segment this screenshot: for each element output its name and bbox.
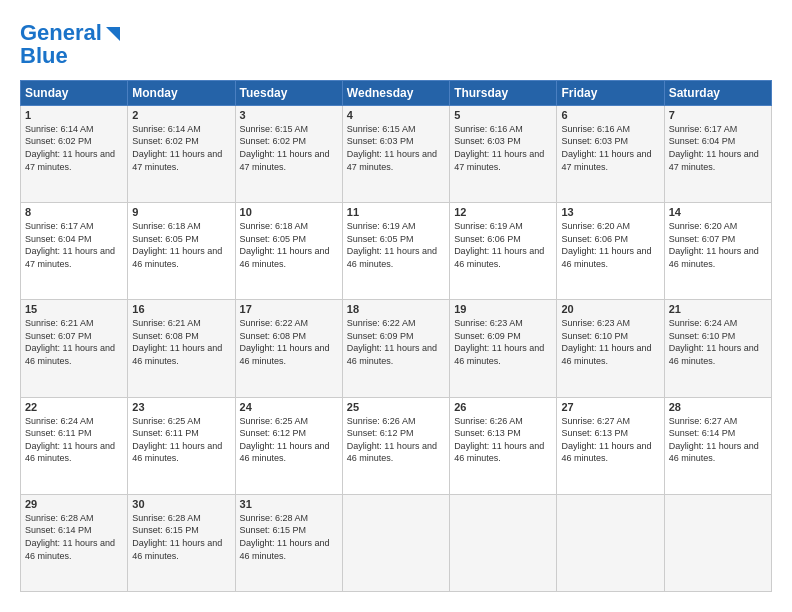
calendar-cell: 12 Sunrise: 6:19 AMSunset: 6:06 PMDaylig… [450, 203, 557, 300]
svg-marker-0 [106, 27, 120, 41]
day-info: Sunrise: 6:14 AMSunset: 6:02 PMDaylight:… [25, 123, 123, 173]
calendar-cell: 21 Sunrise: 6:24 AMSunset: 6:10 PMDaylig… [664, 300, 771, 397]
day-info: Sunrise: 6:16 AMSunset: 6:03 PMDaylight:… [561, 123, 659, 173]
calendar-header-thursday: Thursday [450, 80, 557, 105]
day-number: 30 [132, 498, 230, 510]
logo-general: General [20, 20, 102, 45]
day-info: Sunrise: 6:15 AMSunset: 6:03 PMDaylight:… [347, 123, 445, 173]
calendar-cell: 9 Sunrise: 6:18 AMSunset: 6:05 PMDayligh… [128, 203, 235, 300]
day-info: Sunrise: 6:21 AMSunset: 6:07 PMDaylight:… [25, 317, 123, 367]
day-info: Sunrise: 6:26 AMSunset: 6:12 PMDaylight:… [347, 415, 445, 465]
calendar-week-row: 22 Sunrise: 6:24 AMSunset: 6:11 PMDaylig… [21, 397, 772, 494]
calendar-cell: 30 Sunrise: 6:28 AMSunset: 6:15 PMDaylig… [128, 494, 235, 591]
calendar-header-saturday: Saturday [664, 80, 771, 105]
day-info: Sunrise: 6:23 AMSunset: 6:09 PMDaylight:… [454, 317, 552, 367]
day-number: 24 [240, 401, 338, 413]
day-number: 6 [561, 109, 659, 121]
day-info: Sunrise: 6:17 AMSunset: 6:04 PMDaylight:… [25, 220, 123, 270]
calendar-cell: 19 Sunrise: 6:23 AMSunset: 6:09 PMDaylig… [450, 300, 557, 397]
calendar-cell: 8 Sunrise: 6:17 AMSunset: 6:04 PMDayligh… [21, 203, 128, 300]
calendar-cell: 31 Sunrise: 6:28 AMSunset: 6:15 PMDaylig… [235, 494, 342, 591]
day-info: Sunrise: 6:19 AMSunset: 6:06 PMDaylight:… [454, 220, 552, 270]
calendar-week-row: 15 Sunrise: 6:21 AMSunset: 6:07 PMDaylig… [21, 300, 772, 397]
calendar-cell: 4 Sunrise: 6:15 AMSunset: 6:03 PMDayligh… [342, 105, 449, 202]
calendar-cell: 10 Sunrise: 6:18 AMSunset: 6:05 PMDaylig… [235, 203, 342, 300]
calendar-header-row: SundayMondayTuesdayWednesdayThursdayFrid… [21, 80, 772, 105]
day-info: Sunrise: 6:28 AMSunset: 6:15 PMDaylight:… [132, 512, 230, 562]
day-info: Sunrise: 6:15 AMSunset: 6:02 PMDaylight:… [240, 123, 338, 173]
day-number: 15 [25, 303, 123, 315]
day-info: Sunrise: 6:21 AMSunset: 6:08 PMDaylight:… [132, 317, 230, 367]
calendar-header-monday: Monday [128, 80, 235, 105]
day-number: 20 [561, 303, 659, 315]
day-info: Sunrise: 6:14 AMSunset: 6:02 PMDaylight:… [132, 123, 230, 173]
day-info: Sunrise: 6:20 AMSunset: 6:07 PMDaylight:… [669, 220, 767, 270]
day-number: 5 [454, 109, 552, 121]
calendar-cell: 2 Sunrise: 6:14 AMSunset: 6:02 PMDayligh… [128, 105, 235, 202]
day-number: 25 [347, 401, 445, 413]
day-number: 17 [240, 303, 338, 315]
calendar-cell: 29 Sunrise: 6:28 AMSunset: 6:14 PMDaylig… [21, 494, 128, 591]
calendar-cell: 27 Sunrise: 6:27 AMSunset: 6:13 PMDaylig… [557, 397, 664, 494]
day-info: Sunrise: 6:19 AMSunset: 6:05 PMDaylight:… [347, 220, 445, 270]
day-info: Sunrise: 6:24 AMSunset: 6:11 PMDaylight:… [25, 415, 123, 465]
calendar-cell: 16 Sunrise: 6:21 AMSunset: 6:08 PMDaylig… [128, 300, 235, 397]
day-number: 18 [347, 303, 445, 315]
calendar-cell: 3 Sunrise: 6:15 AMSunset: 6:02 PMDayligh… [235, 105, 342, 202]
day-number: 2 [132, 109, 230, 121]
calendar-cell: 18 Sunrise: 6:22 AMSunset: 6:09 PMDaylig… [342, 300, 449, 397]
calendar-cell: 7 Sunrise: 6:17 AMSunset: 6:04 PMDayligh… [664, 105, 771, 202]
day-info: Sunrise: 6:17 AMSunset: 6:04 PMDaylight:… [669, 123, 767, 173]
day-number: 13 [561, 206, 659, 218]
calendar-header-tuesday: Tuesday [235, 80, 342, 105]
calendar-cell [664, 494, 771, 591]
day-info: Sunrise: 6:20 AMSunset: 6:06 PMDaylight:… [561, 220, 659, 270]
calendar-week-row: 29 Sunrise: 6:28 AMSunset: 6:14 PMDaylig… [21, 494, 772, 591]
day-number: 4 [347, 109, 445, 121]
day-number: 23 [132, 401, 230, 413]
day-info: Sunrise: 6:25 AMSunset: 6:11 PMDaylight:… [132, 415, 230, 465]
day-number: 29 [25, 498, 123, 510]
calendar-cell: 15 Sunrise: 6:21 AMSunset: 6:07 PMDaylig… [21, 300, 128, 397]
day-number: 8 [25, 206, 123, 218]
day-number: 9 [132, 206, 230, 218]
day-number: 27 [561, 401, 659, 413]
day-info: Sunrise: 6:25 AMSunset: 6:12 PMDaylight:… [240, 415, 338, 465]
calendar: SundayMondayTuesdayWednesdayThursdayFrid… [20, 80, 772, 592]
page: General Blue SundayMondayTuesdayWednesda… [0, 0, 792, 612]
day-info: Sunrise: 6:18 AMSunset: 6:05 PMDaylight:… [132, 220, 230, 270]
calendar-header-friday: Friday [557, 80, 664, 105]
day-number: 28 [669, 401, 767, 413]
calendar-header-sunday: Sunday [21, 80, 128, 105]
day-number: 14 [669, 206, 767, 218]
logo-arrow-icon [104, 25, 122, 43]
calendar-cell: 25 Sunrise: 6:26 AMSunset: 6:12 PMDaylig… [342, 397, 449, 494]
day-number: 16 [132, 303, 230, 315]
day-number: 26 [454, 401, 552, 413]
calendar-cell: 28 Sunrise: 6:27 AMSunset: 6:14 PMDaylig… [664, 397, 771, 494]
day-number: 3 [240, 109, 338, 121]
day-number: 12 [454, 206, 552, 218]
calendar-cell: 1 Sunrise: 6:14 AMSunset: 6:02 PMDayligh… [21, 105, 128, 202]
day-number: 10 [240, 206, 338, 218]
calendar-cell: 13 Sunrise: 6:20 AMSunset: 6:06 PMDaylig… [557, 203, 664, 300]
day-info: Sunrise: 6:28 AMSunset: 6:14 PMDaylight:… [25, 512, 123, 562]
day-number: 31 [240, 498, 338, 510]
day-number: 7 [669, 109, 767, 121]
day-info: Sunrise: 6:28 AMSunset: 6:15 PMDaylight:… [240, 512, 338, 562]
day-info: Sunrise: 6:24 AMSunset: 6:10 PMDaylight:… [669, 317, 767, 367]
day-info: Sunrise: 6:16 AMSunset: 6:03 PMDaylight:… [454, 123, 552, 173]
calendar-cell [342, 494, 449, 591]
calendar-cell: 26 Sunrise: 6:26 AMSunset: 6:13 PMDaylig… [450, 397, 557, 494]
day-number: 21 [669, 303, 767, 315]
calendar-cell: 14 Sunrise: 6:20 AMSunset: 6:07 PMDaylig… [664, 203, 771, 300]
day-info: Sunrise: 6:23 AMSunset: 6:10 PMDaylight:… [561, 317, 659, 367]
day-info: Sunrise: 6:18 AMSunset: 6:05 PMDaylight:… [240, 220, 338, 270]
calendar-cell: 5 Sunrise: 6:16 AMSunset: 6:03 PMDayligh… [450, 105, 557, 202]
day-info: Sunrise: 6:27 AMSunset: 6:14 PMDaylight:… [669, 415, 767, 465]
logo: General Blue [20, 20, 122, 66]
day-info: Sunrise: 6:22 AMSunset: 6:09 PMDaylight:… [347, 317, 445, 367]
calendar-cell [450, 494, 557, 591]
calendar-header-wednesday: Wednesday [342, 80, 449, 105]
day-info: Sunrise: 6:27 AMSunset: 6:13 PMDaylight:… [561, 415, 659, 465]
